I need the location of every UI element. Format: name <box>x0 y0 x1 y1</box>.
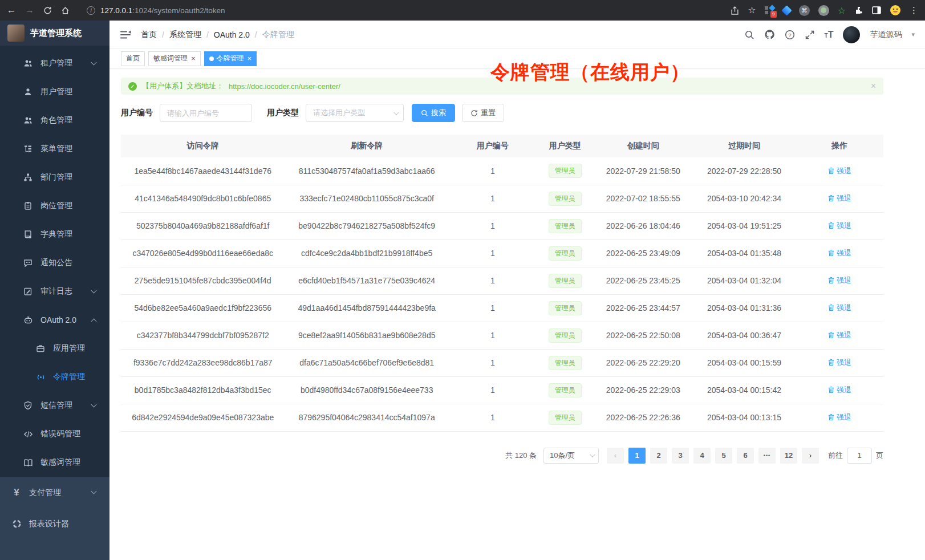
breadcrumb-item[interactable]: 系统管理 <box>169 30 201 40</box>
sidebar-item-error-code[interactable]: 错误码管理 <box>0 420 109 448</box>
sidebar-item-menu[interactable]: 菜单管理 <box>0 135 109 163</box>
sidebar-item-oauth2-app[interactable]: 应用管理 <box>0 334 109 363</box>
sidebar-item-label: 报表设计器 <box>29 519 69 529</box>
force-logout-button[interactable]: 强退 <box>827 412 851 423</box>
gem-extension-icon[interactable] <box>781 5 792 15</box>
sidebar: 芋道管理系统 租户管理用户管理角色管理菜单管理部门管理岗位管理字典管理通知公告审… <box>0 21 109 560</box>
force-logout-button[interactable]: 强退 <box>827 358 851 368</box>
sidebar-item-oauth2-token[interactable]: 令牌管理 <box>0 363 109 391</box>
app-logo[interactable]: 芋道管理系统 <box>0 21 109 46</box>
github-icon[interactable] <box>764 29 775 40</box>
screen: ← → i 127.0.0.1:1024/system/oauth2/token… <box>0 0 925 560</box>
goto-page-input[interactable] <box>847 448 872 464</box>
command-extension-icon[interactable]: ⌘ <box>799 5 810 16</box>
cell-refresh-token: 49d1aa46d1454fbd87591444423be9fa <box>285 294 448 322</box>
extension-grid-icon[interactable]: 9 <box>765 6 774 15</box>
profile-avatar-icon[interactable] <box>890 5 901 16</box>
page-button-5[interactable]: 5 <box>715 448 732 464</box>
reset-button[interactable]: 重置 <box>462 104 504 122</box>
force-logout-button[interactable]: 强退 <box>827 275 851 286</box>
tab-sensitive-word[interactable]: 敏感词管理× <box>148 51 201 66</box>
user-avatar[interactable] <box>843 26 860 43</box>
page-button-1[interactable]: 1 <box>628 448 646 464</box>
sidebar-item-pay[interactable]: ¥支付管理 <box>0 477 109 508</box>
cell-create-time: 2022-06-25 23:49:09 <box>594 240 693 267</box>
chevron-down-icon[interactable]: ▾ <box>911 31 915 38</box>
page-button-4[interactable]: 4 <box>693 448 711 464</box>
bookmark-star-icon[interactable]: ☆ <box>748 6 756 15</box>
page-button-6[interactable]: 6 <box>737 448 754 464</box>
page-button-12[interactable]: 12 <box>780 448 797 464</box>
page-size-select[interactable]: 10条/页 <box>543 448 599 464</box>
sidebar-item-label: 部门管理 <box>40 172 72 182</box>
force-logout-button[interactable]: 强退 <box>827 166 851 176</box>
user-type-select[interactable]: 请选择用户类型 <box>306 104 404 122</box>
sidebar-item-sms[interactable]: 短信管理 <box>0 391 109 420</box>
force-logout-label: 强退 <box>837 166 851 176</box>
force-logout-button[interactable]: 强退 <box>827 248 851 258</box>
browser-menu-icon[interactable]: ⋮ <box>910 5 918 15</box>
breadcrumb-item[interactable]: OAuth 2.0 <box>214 30 250 39</box>
cell-access-token: c342377bf8b344799dcbf7bf095287f2 <box>121 322 285 349</box>
tab-oauth2-token[interactable]: 令牌管理× <box>204 51 257 66</box>
force-logout-button[interactable]: 强退 <box>827 221 851 231</box>
page-button-2[interactable]: 2 <box>650 448 667 464</box>
audit-log-icon <box>23 286 33 297</box>
star-extension-icon[interactable]: ☆ <box>838 5 846 16</box>
font-size-icon[interactable]: TT <box>825 30 834 40</box>
share-icon[interactable] <box>731 6 739 15</box>
tab-home[interactable]: 首页 <box>121 51 145 66</box>
trash-icon <box>827 277 835 284</box>
app-title: 芋道管理系统 <box>30 28 82 39</box>
next-page-button[interactable]: › <box>802 448 819 464</box>
sidebar-item-sensitive-word[interactable]: 敏感词管理 <box>0 448 109 477</box>
sidebar-item-notice[interactable]: 通知公告 <box>0 249 109 277</box>
trash-icon <box>827 304 835 311</box>
force-logout-button[interactable]: 强退 <box>827 193 851 204</box>
back-icon[interactable]: ← <box>7 6 16 15</box>
forward-icon[interactable]: → <box>25 6 34 15</box>
column-header: 刷新令牌 <box>285 135 448 157</box>
force-logout-button[interactable]: 强退 <box>827 303 851 313</box>
hamburger-icon[interactable] <box>120 30 131 40</box>
close-icon[interactable]: × <box>191 55 196 62</box>
cell-user-type: 管理员 <box>537 322 594 349</box>
prev-page-button[interactable]: ‹ <box>607 448 624 464</box>
pager-more[interactable]: ••• <box>758 448 776 464</box>
sidebar-item-tenant[interactable]: 租户管理 <box>0 49 109 78</box>
reload-icon[interactable] <box>43 6 52 15</box>
alert-close-icon[interactable]: × <box>871 81 876 91</box>
sidebar-item-audit-log[interactable]: 审计日志 <box>0 277 109 306</box>
trash-icon <box>827 413 835 421</box>
breadcrumb-item[interactable]: 首页 <box>141 30 157 40</box>
user-name[interactable]: 芋道源码 <box>870 30 902 40</box>
sidebar-item-role[interactable]: 角色管理 <box>0 106 109 135</box>
cell-user-type: 管理员 <box>537 294 594 322</box>
search-button[interactable]: 搜索 <box>412 104 455 122</box>
sidebar-item-oauth2[interactable]: OAuth 2.0 <box>0 306 109 334</box>
address-bar[interactable]: i 127.0.0.1:1024/system/oauth2/token <box>87 5 721 15</box>
home-icon[interactable] <box>61 6 70 15</box>
broadcast-icon <box>35 372 46 382</box>
search-icon[interactable] <box>744 30 754 40</box>
cell-refresh-token: 9ce8ef2aa9f14056b831ae9b608e28d5 <box>285 322 448 349</box>
breadcrumb-item: 令牌管理 <box>262 30 294 40</box>
force-logout-button[interactable]: 强退 <box>827 385 851 395</box>
help-icon[interactable]: ? <box>785 30 795 40</box>
sidebar-item-user[interactable]: 用户管理 <box>0 78 109 106</box>
page-button-3[interactable]: 3 <box>672 448 689 464</box>
sidebar-item-dept[interactable]: 部门管理 <box>0 163 109 192</box>
page-info-icon[interactable]: i <box>87 6 95 15</box>
user-id-input[interactable] <box>160 104 252 122</box>
sidebar-item-dict[interactable]: 字典管理 <box>0 220 109 249</box>
record-extension-icon[interactable] <box>818 5 829 16</box>
side-panel-icon[interactable] <box>872 6 881 14</box>
doc-link[interactable]: https://doc.iocoder.cn/user-center/ <box>229 82 340 91</box>
fullscreen-icon[interactable] <box>805 30 815 40</box>
user-type-placeholder: 请选择用户类型 <box>313 108 365 118</box>
sidebar-item-post[interactable]: 岗位管理 <box>0 192 109 220</box>
force-logout-button[interactable]: 强退 <box>827 330 851 340</box>
puzzle-extensions-icon[interactable] <box>854 6 863 15</box>
close-icon[interactable]: × <box>248 55 252 62</box>
sidebar-item-report[interactable]: 报表设计器 <box>0 508 109 539</box>
